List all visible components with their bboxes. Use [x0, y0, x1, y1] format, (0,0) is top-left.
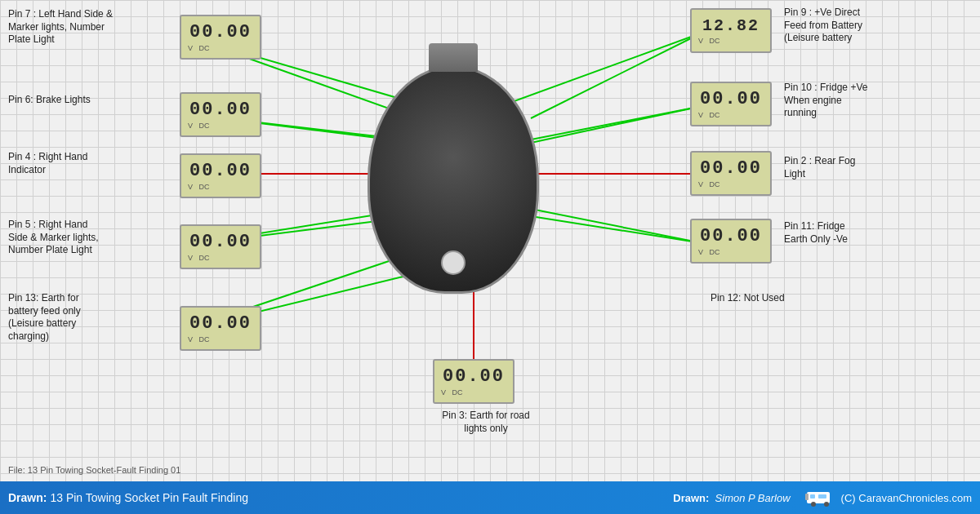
pin10-lcd: 00.00 V DC [690, 82, 772, 126]
file-label: File: 13 Pin Towing Socket-Fault Finding… [8, 465, 180, 475]
pin10-label: Pin 10 : Fridge +Ve When engine running [784, 82, 972, 120]
pin9-value: 12.82 [702, 16, 760, 35]
footer-copyright: (C) CaravanChronicles.com [841, 492, 972, 504]
caravan-icon [805, 489, 835, 507]
pin10-value: 00.00 [700, 89, 762, 109]
pin3-label: Pin 3: Earth for road lights only [416, 410, 555, 435]
pin4-value: 00.00 [189, 161, 252, 181]
pin2-value: 00.00 [700, 158, 762, 179]
pin11-lcd: 00.00 V DC [690, 219, 772, 264]
footer-bar: Drawn: 13 Pin Towing Socket Pin Fault Fi… [0, 481, 980, 514]
pin3-value: 00.00 [443, 366, 505, 387]
pin13-label: Pin 13: Earth for battery feed only (Lei… [8, 292, 180, 343]
footer-drawn-label: Drawn: Simon P Barlow [673, 492, 790, 504]
svg-point-31 [811, 502, 816, 507]
pin9-lcd: 12.82 V DC [690, 8, 772, 53]
pin4-label: Pin 4 : Right Hand Indicator [8, 151, 172, 176]
footer-drawn-by: Simon P Barlow [715, 492, 791, 504]
pin5-lcd: 00.00 V DC [180, 224, 261, 269]
pin3-lcd: 00.00 V DC [433, 359, 514, 404]
connector-body [368, 65, 539, 294]
pin11-value: 00.00 [700, 226, 762, 246]
pin7-label: Pin 7 : Left Hand Side & Marker lights, … [8, 8, 172, 47]
pin11-label: Pin 11: Fridge Earth Only -Ve [784, 220, 972, 246]
pin6-lcd: 00.00 V DC [180, 92, 261, 137]
pin4-lcd: 00.00 V DC [180, 153, 261, 198]
pin2-label: Pin 2 : Rear Fog Light [784, 155, 972, 180]
svg-rect-33 [810, 494, 815, 498]
svg-rect-34 [818, 494, 826, 498]
svg-point-32 [824, 502, 829, 507]
pin12-label: Pin 12: Not Used [710, 292, 874, 305]
footer-title-value: 13 Pin Towing Socket Pin Fault Finding [50, 491, 248, 504]
pin5-value: 00.00 [189, 232, 252, 252]
pin13-lcd: 00.00 V DC [180, 306, 261, 351]
pin7-lcd: 00.00 V DC [180, 15, 261, 60]
pin7-value: 00.00 [189, 22, 252, 42]
pin2-lcd: 00.00 V DC [690, 151, 772, 196]
svg-rect-30 [805, 494, 808, 500]
pin6-value: 00.00 [189, 100, 252, 120]
pin5-label: Pin 5 : Right Hand Side & Marker lights,… [8, 219, 180, 257]
pin13-value: 00.00 [189, 313, 252, 334]
pin6-label: Pin 6: Brake Lights [8, 94, 172, 107]
footer-title-label: Drawn: [8, 491, 47, 504]
pin9-label: Pin 9 : +Ve Direct Feed from Battery (Le… [784, 7, 972, 45]
